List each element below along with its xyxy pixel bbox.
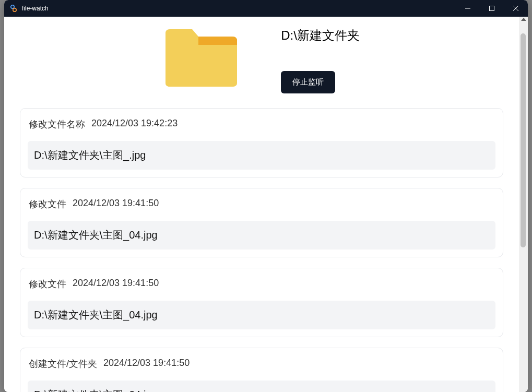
svg-point-0: [11, 5, 14, 8]
maximize-button[interactable]: [480, 0, 504, 17]
scroll-thumb[interactable]: [521, 33, 526, 247]
event-path: D:\新建文件夹\主图_04.jpg: [28, 301, 495, 329]
scroll-up-icon[interactable]: [521, 18, 526, 21]
svg-point-1: [13, 8, 16, 11]
event-timestamp: 2024/12/03 19:41:50: [73, 278, 159, 290]
titlebar: file-watch: [4, 0, 528, 17]
folder-icon: [163, 26, 239, 89]
event-card: 修改文件 2024/12/03 19:41:50 D:\新建文件夹\主图_04.…: [20, 268, 503, 337]
event-path: D:\新建文件夹\主图_04.jpg: [28, 381, 495, 392]
event-path: D:\新建文件夹\主图_04.jpg: [28, 221, 495, 250]
app-icon: [9, 4, 18, 13]
event-header: 创建文件/文件夹 2024/12/03 19:41:50: [28, 358, 495, 370]
app-window: file-watch: [4, 0, 528, 392]
path-section: D:\新建文件夹 停止监听: [281, 26, 360, 93]
main-panel: D:\新建文件夹 停止监听 修改文件名称 2024/12/03 19:42:23…: [4, 17, 519, 392]
window-controls: [456, 0, 528, 17]
event-action: 修改文件: [29, 278, 66, 290]
event-list: 修改文件名称 2024/12/03 19:42:23 D:\新建文件夹\主图_.…: [20, 108, 503, 392]
scrollbar[interactable]: [519, 17, 528, 392]
content-area: D:\新建文件夹 停止监听 修改文件名称 2024/12/03 19:42:23…: [4, 17, 528, 392]
event-header: 修改文件名称 2024/12/03 19:42:23: [28, 118, 495, 130]
header-section: D:\新建文件夹 停止监听: [20, 23, 503, 108]
svg-rect-3: [490, 6, 494, 11]
event-card: 修改文件名称 2024/12/03 19:42:23 D:\新建文件夹\主图_.…: [20, 108, 503, 177]
event-timestamp: 2024/12/03 19:41:50: [73, 198, 159, 210]
event-timestamp: 2024/12/03 19:42:23: [91, 118, 178, 130]
close-button[interactable]: [504, 0, 528, 17]
minimize-button[interactable]: [456, 0, 480, 17]
event-header: 修改文件 2024/12/03 19:41:50: [28, 198, 495, 210]
window-title: file-watch: [22, 5, 456, 12]
event-header: 修改文件 2024/12/03 19:41:50: [28, 278, 495, 290]
scroll-track[interactable]: [519, 24, 528, 392]
event-path: D:\新建文件夹\主图_.jpg: [28, 141, 495, 170]
watched-path: D:\新建文件夹: [281, 27, 360, 44]
event-timestamp: 2024/12/03 19:41:50: [103, 358, 190, 370]
event-action: 创建文件/文件夹: [29, 358, 97, 370]
event-action: 修改文件名称: [29, 118, 85, 130]
event-action: 修改文件: [29, 198, 66, 210]
event-card: 修改文件 2024/12/03 19:41:50 D:\新建文件夹\主图_04.…: [20, 188, 503, 257]
stop-listening-button[interactable]: 停止监听: [281, 71, 335, 93]
event-card: 创建文件/文件夹 2024/12/03 19:41:50 D:\新建文件夹\主图…: [20, 348, 503, 392]
